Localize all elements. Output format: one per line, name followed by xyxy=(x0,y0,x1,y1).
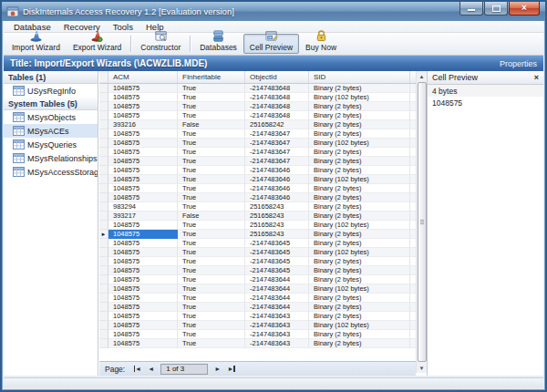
grid-cell[interactable]: 1048575 xyxy=(108,284,178,294)
sidebar-item-msysaccessstorage[interactable]: MSysAccessStorage xyxy=(4,165,98,179)
grid-cell[interactable]: Binary (2 bytes) xyxy=(309,148,410,157)
row-marker[interactable] xyxy=(99,312,108,321)
grid-cell[interactable]: 1048575 xyxy=(108,111,178,120)
grid-cell[interactable]: 251658243 xyxy=(245,211,309,221)
vertical-scrollbar[interactable]: ▲ ▼ xyxy=(416,71,427,373)
grid-cell[interactable]: -2147483643 xyxy=(245,339,309,348)
grid-cell[interactable]: 1048575 xyxy=(108,129,178,139)
sidebar-group-header[interactable]: System Tables (5) xyxy=(4,98,98,110)
grid-cell[interactable]: Binary (2 bytes) xyxy=(309,157,410,166)
grid-cell[interactable]: -2147483645 xyxy=(245,248,309,257)
grid-cell[interactable]: True xyxy=(178,312,245,321)
row-marker[interactable] xyxy=(99,294,108,303)
grid-cell[interactable]: False xyxy=(178,211,245,221)
grid-cell[interactable]: 1048575 xyxy=(108,175,178,184)
row-marker[interactable] xyxy=(99,148,108,157)
grid-cell[interactable]: Binary (2 bytes) xyxy=(309,211,410,221)
grid-cell[interactable]: -2147483648 xyxy=(245,111,309,120)
row-marker[interactable] xyxy=(99,248,108,257)
grid-cell[interactable]: 1048575 xyxy=(108,184,178,193)
grid-cell[interactable]: True xyxy=(178,175,245,184)
grid-cell[interactable]: 1048575 xyxy=(108,248,178,257)
row-marker[interactable] xyxy=(99,202,108,211)
grid-cell[interactable]: Binary (102 bytes) xyxy=(309,139,410,148)
row-marker[interactable] xyxy=(99,266,108,275)
grid-cell[interactable]: 1048575 xyxy=(108,294,178,303)
grid-cell[interactable]: 1048575 xyxy=(108,221,178,230)
properties-tab[interactable]: Properties xyxy=(500,59,537,68)
grid-cell[interactable]: Binary (2 bytes) xyxy=(309,193,410,202)
sidebar-group-header[interactable]: Tables (1) xyxy=(4,71,98,84)
row-marker[interactable] xyxy=(99,93,108,102)
sidebar-item-usysreginfo[interactable]: USysRegInfo xyxy=(4,84,98,98)
grid-cell[interactable]: -2147483646 xyxy=(245,175,309,184)
grid-cell[interactable]: True xyxy=(178,148,245,157)
grid-cell[interactable]: 393216 xyxy=(108,120,178,129)
grid-cell[interactable]: Binary (2 bytes) xyxy=(309,312,410,321)
grid-cell[interactable]: 1048575 xyxy=(108,266,178,275)
page-last-button[interactable]: ► xyxy=(224,364,238,375)
column-header-acm[interactable]: ACM xyxy=(108,71,178,83)
grid-cell[interactable]: -2147483646 xyxy=(245,193,309,202)
grid-cell[interactable]: Binary (2 bytes) xyxy=(309,294,410,303)
row-marker[interactable] xyxy=(99,193,108,202)
grid-cell[interactable]: 1048575 xyxy=(108,230,178,239)
grid-cell[interactable]: True xyxy=(178,221,245,230)
grid-cell[interactable]: 1048575 xyxy=(108,339,178,348)
grid-cell[interactable]: Binary (2 bytes) xyxy=(309,330,410,339)
grid-cell[interactable]: Binary (2 bytes) xyxy=(309,184,410,193)
row-marker[interactable] xyxy=(99,303,108,312)
grid-cell[interactable]: -2147483645 xyxy=(245,257,309,266)
row-marker[interactable] xyxy=(99,257,108,266)
grid-cell[interactable]: -2147483645 xyxy=(245,239,309,248)
grid-cell[interactable]: True xyxy=(178,339,245,348)
row-marker[interactable] xyxy=(99,184,108,193)
grid-cell[interactable]: Binary (2 bytes) xyxy=(309,202,410,211)
grid-cell[interactable]: 1048575 xyxy=(108,275,178,284)
grid-cell[interactable]: 1048575 xyxy=(108,330,178,339)
grid-cell[interactable]: True xyxy=(178,230,245,239)
grid-cell[interactable]: 1048575 xyxy=(108,166,178,175)
grid-cell[interactable]: True xyxy=(178,193,245,202)
grid-cell[interactable]: True xyxy=(178,257,245,266)
grid-cell[interactable]: 251658243 xyxy=(245,230,309,239)
row-marker[interactable] xyxy=(99,139,108,148)
scroll-down-button[interactable]: ▼ xyxy=(417,363,428,373)
row-marker[interactable] xyxy=(99,120,108,129)
grid-cell[interactable]: 251658243 xyxy=(245,221,309,230)
grid-cell[interactable]: -2147483648 xyxy=(245,84,309,93)
grid-cell[interactable]: Binary (2 bytes) xyxy=(309,266,410,275)
column-header-finheritable[interactable]: FInheritable xyxy=(178,71,245,83)
grid-cell[interactable]: Binary (2 bytes) xyxy=(309,230,410,239)
grid-cell[interactable]: 983294 xyxy=(108,202,178,211)
grid-cell[interactable]: -2147483646 xyxy=(245,166,309,175)
grid-cell[interactable]: True xyxy=(178,239,245,248)
grid-cell[interactable]: True xyxy=(178,321,245,330)
grid-cell[interactable]: True xyxy=(178,266,245,275)
close-button[interactable]: × xyxy=(509,2,540,15)
current-row-marker-icon[interactable]: ► xyxy=(99,230,108,239)
grid-cell[interactable]: -2147483643 xyxy=(245,330,309,339)
grid-cell[interactable]: -2147483644 xyxy=(245,275,309,284)
grid-cell[interactable]: Binary (2 bytes) xyxy=(309,120,410,129)
row-marker[interactable] xyxy=(99,102,108,111)
grid-cell[interactable]: Binary (102 bytes) xyxy=(309,321,410,330)
grid-cell[interactable]: True xyxy=(178,84,245,93)
page-prev-button[interactable]: ◄ xyxy=(144,364,158,375)
row-marker[interactable] xyxy=(99,275,108,284)
sidebar-item-msysrelationships[interactable]: MSysRelationships xyxy=(4,151,98,165)
row-marker[interactable] xyxy=(99,284,108,294)
page-first-button[interactable]: ◄ xyxy=(130,364,144,375)
toolbar-button-export-wizard[interactable]: Export Wizard xyxy=(67,34,128,54)
grid-cell[interactable]: 251658242 xyxy=(245,120,309,129)
grid-cell[interactable]: -2147483648 xyxy=(245,93,309,102)
grid-cell[interactable]: Binary (102 bytes) xyxy=(309,175,410,184)
row-marker[interactable] xyxy=(99,129,108,139)
page-indicator[interactable]: 1 of 3 xyxy=(160,364,208,375)
row-marker[interactable] xyxy=(99,111,108,120)
grid-cell[interactable]: Binary (102 bytes) xyxy=(309,93,410,102)
grid-cell[interactable]: Binary (2 bytes) xyxy=(309,166,410,175)
toolbar-button-databases[interactable]: Databases xyxy=(193,34,243,54)
grid-cell[interactable]: -2147483644 xyxy=(245,284,309,294)
grid-cell[interactable]: 1048575 xyxy=(108,257,178,266)
